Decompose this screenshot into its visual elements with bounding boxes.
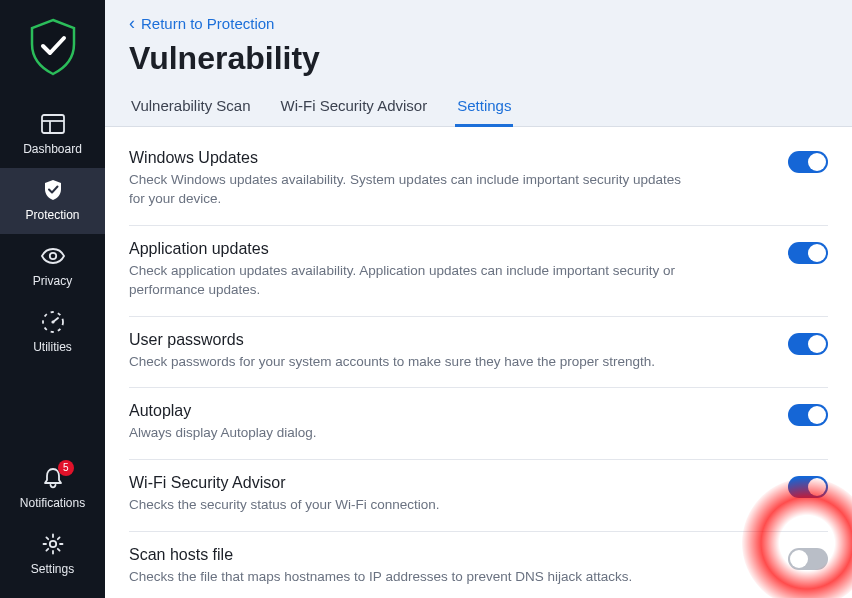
sidebar-item-label: Notifications [20, 496, 85, 510]
setting-desc: Checks the security status of your Wi-Fi… [129, 496, 440, 515]
setting-title: Wi-Fi Security Advisor [129, 474, 440, 492]
tab-wifi-security-advisor[interactable]: Wi-Fi Security Advisor [279, 91, 430, 127]
sidebar-item-notifications[interactable]: 5 Notifications [0, 456, 105, 522]
chevron-left-icon: ‹ [129, 14, 135, 32]
app-root: Dashboard Protection Privacy Utilities [0, 0, 852, 598]
setting-row-windows-updates: Windows Updates Check Windows updates av… [129, 137, 828, 226]
sidebar-bottom: 5 Notifications Settings [0, 456, 105, 588]
toggle-scan-hosts-file[interactable] [788, 548, 828, 570]
setting-title: Scan hosts file [129, 546, 632, 564]
setting-row-wifi-security-advisor: Wi-Fi Security Advisor Checks the securi… [129, 460, 828, 532]
toggle-wifi-security-advisor[interactable] [788, 476, 828, 498]
sidebar-item-label: Settings [31, 562, 74, 576]
back-link[interactable]: ‹ Return to Protection [129, 14, 274, 32]
setting-row-user-passwords: User passwords Check passwords for your … [129, 317, 828, 389]
tab-vulnerability-scan[interactable]: Vulnerability Scan [129, 91, 253, 127]
main-panel: ‹ Return to Protection Vulnerability Vul… [105, 0, 852, 598]
dashboard-icon [41, 112, 65, 136]
utilities-gauge-icon [41, 310, 65, 334]
setting-row-autoplay: Autoplay Always display Autoplay dialog. [129, 388, 828, 460]
toggle-user-passwords[interactable] [788, 333, 828, 355]
setting-row-application-updates: Application updates Check application up… [129, 226, 828, 317]
app-logo-shield-icon [28, 18, 78, 80]
svg-rect-0 [42, 115, 64, 133]
svg-point-6 [51, 320, 54, 323]
sidebar-item-label: Dashboard [23, 142, 82, 156]
sidebar-nav: Dashboard Protection Privacy Utilities [0, 102, 105, 366]
sidebar-item-label: Protection [25, 208, 79, 222]
toggle-windows-updates[interactable] [788, 151, 828, 173]
tab-bar: Vulnerability Scan Wi-Fi Security Adviso… [129, 91, 828, 126]
tab-settings[interactable]: Settings [455, 91, 513, 127]
setting-desc: Check Windows updates availability. Syst… [129, 171, 689, 209]
setting-title: Windows Updates [129, 149, 689, 167]
sidebar: Dashboard Protection Privacy Utilities [0, 0, 105, 598]
setting-desc: Check application updates availability. … [129, 262, 689, 300]
setting-desc: Checks the file that maps hostnames to I… [129, 568, 632, 587]
sidebar-item-utilities[interactable]: Utilities [0, 300, 105, 366]
bell-icon: 5 [42, 466, 64, 490]
sidebar-item-privacy[interactable]: Privacy [0, 234, 105, 300]
sidebar-item-label: Utilities [33, 340, 72, 354]
page-header: ‹ Return to Protection Vulnerability Vul… [105, 0, 852, 127]
setting-row-scan-hosts-file: Scan hosts file Checks the file that map… [129, 532, 828, 598]
setting-desc: Always display Autoplay dialog. [129, 424, 317, 443]
sidebar-item-protection[interactable]: Protection [0, 168, 105, 234]
back-link-label: Return to Protection [141, 15, 274, 32]
toggle-autoplay[interactable] [788, 404, 828, 426]
setting-title: Application updates [129, 240, 689, 258]
page-title: Vulnerability [129, 40, 828, 77]
settings-content: Windows Updates Check Windows updates av… [105, 127, 852, 598]
sidebar-item-label: Privacy [33, 274, 72, 288]
setting-desc: Check passwords for your system accounts… [129, 353, 655, 372]
gear-icon [42, 532, 64, 556]
svg-point-7 [49, 541, 55, 547]
setting-title: Autoplay [129, 402, 317, 420]
toggle-application-updates[interactable] [788, 242, 828, 264]
svg-point-3 [49, 253, 55, 259]
sidebar-item-dashboard[interactable]: Dashboard [0, 102, 105, 168]
shield-icon [43, 178, 63, 202]
setting-title: User passwords [129, 331, 655, 349]
sidebar-item-settings[interactable]: Settings [0, 522, 105, 588]
notification-badge: 5 [58, 460, 74, 476]
eye-icon [40, 244, 66, 268]
